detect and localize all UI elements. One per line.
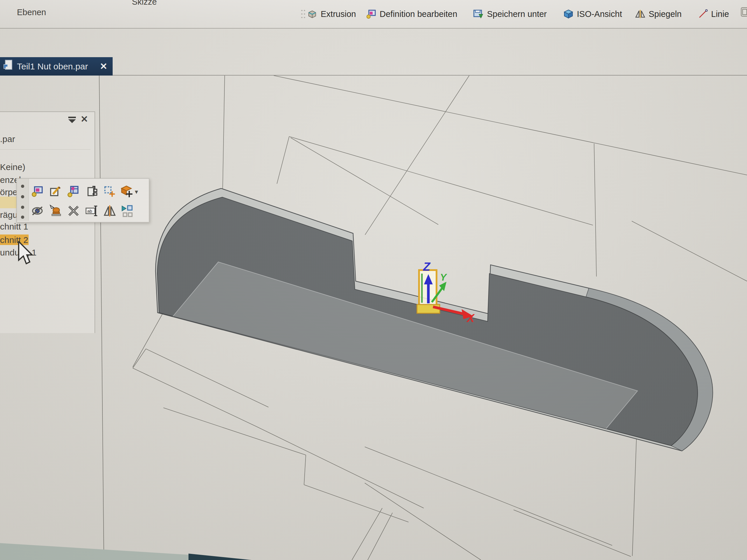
quickbar: ▾ ab xyxy=(16,178,149,222)
panel-close-button[interactable]: ✕ xyxy=(80,114,88,125)
move-feature-icon[interactable] xyxy=(103,185,116,198)
3d-viewport[interactable]: Z Y X xyxy=(0,29,747,560)
edit-definition-label: Definition bearbeiten xyxy=(380,9,457,19)
suppress-icon[interactable] xyxy=(49,205,62,217)
edit-definition-button[interactable]: Definition bearbeiten xyxy=(366,5,457,23)
z-axis-label: Z xyxy=(423,260,431,273)
iso-view-label: ISO-Ansicht xyxy=(577,9,622,19)
extrusion-button[interactable]: Extrusion xyxy=(307,5,356,23)
iso-view-icon xyxy=(563,9,574,19)
extrusion-icon xyxy=(307,9,317,19)
svg-text:ab: ab xyxy=(87,209,92,213)
edit-profile-icon[interactable] xyxy=(67,185,80,198)
x-axis-label: X xyxy=(466,312,475,324)
mouse-cursor xyxy=(17,241,38,267)
line-button[interactable]: Linie xyxy=(698,5,729,23)
mirror-button[interactable]: Spiegeln xyxy=(635,5,681,23)
pathfinder-item-praegung[interactable]: rägu xyxy=(0,210,18,220)
panel-collapse-icon[interactable] xyxy=(67,115,77,126)
panel-separator xyxy=(0,149,91,150)
quickbar-more-dropdown-icon[interactable]: ▾ xyxy=(135,188,138,196)
edit-definition-icon xyxy=(366,9,377,19)
part-body[interactable] xyxy=(156,188,713,459)
pathfinder-item-ausschnitt-1[interactable]: chnitt 1 xyxy=(0,222,28,232)
window-bottom-edge xyxy=(0,543,252,560)
application-window: Z Y X Ebenen Skizze Extrusion xyxy=(0,0,747,560)
ribbon-group-skizze: Skizze xyxy=(132,0,157,7)
save-as-icon xyxy=(473,9,484,19)
document-tab[interactable]: Teil1 Nut oben.par ✕ xyxy=(0,57,113,76)
copy-feature-icon[interactable] xyxy=(85,185,98,198)
edit-feature-icon[interactable] xyxy=(31,185,44,198)
document-tab-title: Teil1 Nut oben.par xyxy=(17,61,88,72)
y-axis-label: Y xyxy=(440,272,447,283)
quickbar-drag-handle[interactable] xyxy=(17,179,29,221)
save-as-label: Speichern unter xyxy=(487,9,547,19)
mirror-feature-icon[interactable] xyxy=(103,205,116,217)
line-label: Linie xyxy=(711,9,729,19)
mirror-label: Spiegeln xyxy=(649,9,681,19)
line-icon xyxy=(698,9,708,19)
tab-close-button[interactable]: ✕ xyxy=(100,61,107,72)
show-parents-icon[interactable] xyxy=(121,205,134,217)
clipped-toolbar-icon[interactable] xyxy=(740,6,747,19)
ribbon-group-ebenen: Ebenen xyxy=(17,7,46,17)
ribbon-toolbar: Ebenen Skizze Extrusion Definition bearb… xyxy=(0,0,747,29)
part-document-icon xyxy=(3,59,13,74)
iso-view-button[interactable]: ISO-Ansicht xyxy=(563,5,622,23)
delete-icon[interactable] xyxy=(67,205,80,217)
mirror-icon xyxy=(635,9,645,19)
rename-icon[interactable]: ab xyxy=(85,205,98,217)
save-as-button[interactable]: Speichern unter xyxy=(473,5,547,23)
extrusion-label: Extrusion xyxy=(321,9,356,19)
toolbar-grip[interactable] xyxy=(301,9,306,20)
edit-definition-quick-icon[interactable] xyxy=(49,185,62,198)
pathfinder-root-item[interactable]: .par xyxy=(0,134,15,144)
hide-icon[interactable] xyxy=(31,205,44,217)
pathfinder-item-keine[interactable]: Keine) xyxy=(0,162,25,172)
convert-feature-icon[interactable] xyxy=(121,185,134,198)
